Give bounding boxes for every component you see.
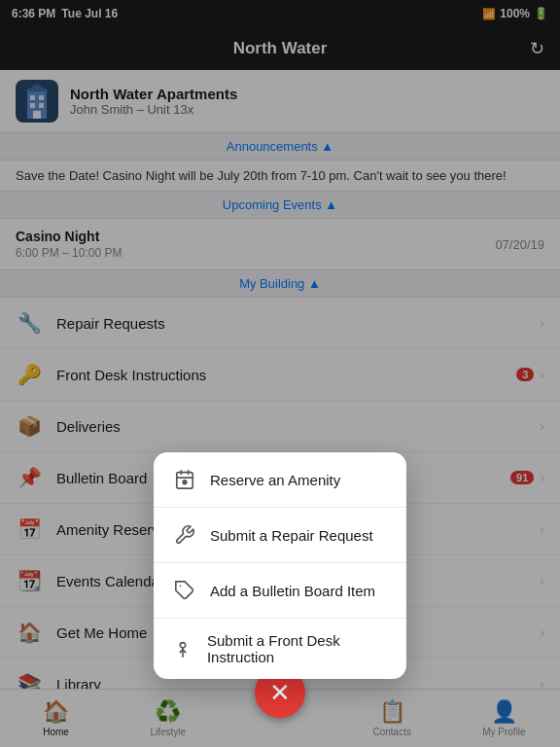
repair-request-icon: [171, 521, 198, 549]
front-desk-action-icon: [171, 635, 195, 662]
reserve-amenity-icon: [171, 466, 198, 493]
action-repair-request[interactable]: Submit a Repair Request: [154, 508, 406, 563]
action-sheet: Reserve an Amenity Submit a Repair Reque…: [154, 452, 406, 679]
svg-point-13: [181, 643, 187, 649]
repair-request-label: Submit a Repair Request: [210, 527, 373, 544]
action-reserve-amenity[interactable]: Reserve an Amenity: [154, 452, 406, 508]
fab-close-icon: ✕: [269, 678, 291, 708]
bulletin-board-item-label: Add a Bulletin Board Item: [210, 583, 375, 599]
svg-point-11: [183, 480, 187, 484]
front-desk-instruction-label: Submit a Front Desk Instruction: [207, 632, 389, 665]
action-bulletin-board[interactable]: Add a Bulletin Board Item: [154, 563, 406, 619]
bulletin-board-action-icon: [171, 577, 198, 604]
reserve-amenity-label: Reserve an Amenity: [210, 472, 340, 488]
action-front-desk[interactable]: Submit a Front Desk Instruction: [154, 619, 406, 679]
